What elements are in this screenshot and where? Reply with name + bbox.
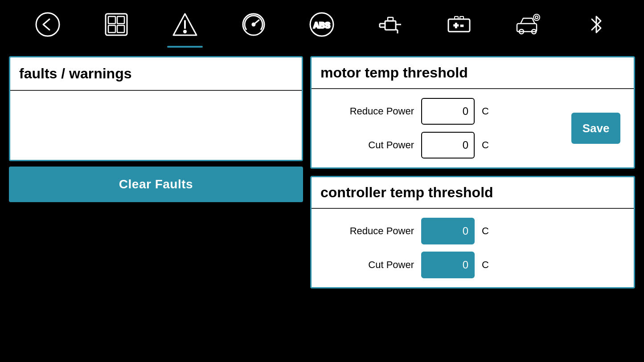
controller-temp-box: controller temp threshold Reduce Power C… — [310, 176, 635, 289]
motor-reduce-power-input[interactable] — [421, 98, 475, 125]
abs-icon: ABS — [308, 11, 335, 38]
svg-rect-15 — [388, 17, 393, 21]
main-content: faults / warnings Clear Faults motor tem… — [0, 49, 644, 362]
right-panel: motor temp threshold Reduce Power C Cut … — [310, 56, 635, 355]
controller-reduce-power-label: Reduce Power — [325, 225, 414, 237]
nav-vehicle-settings[interactable] — [510, 7, 546, 42]
faults-box: faults / warnings — [9, 56, 303, 161]
svg-rect-2 — [108, 16, 115, 24]
controller-reduce-power-row: Reduce Power C — [325, 218, 620, 244]
nav-battery[interactable]: + - — [441, 7, 477, 42]
warning-icon — [172, 11, 198, 38]
svg-point-11 — [252, 23, 255, 26]
svg-point-29 — [533, 14, 540, 20]
nav-bluetooth[interactable] — [578, 7, 614, 42]
motor-temp-box: motor temp threshold Reduce Power C Cut … — [310, 56, 635, 169]
controller-cut-power-label: Cut Power — [325, 259, 414, 271]
svg-rect-4 — [108, 25, 115, 33]
controller-temp-header: controller temp threshold — [312, 177, 634, 209]
motor-temp-body: Reduce Power C Cut Power C Save — [312, 89, 634, 167]
controller-cut-power-input[interactable] — [421, 252, 475, 278]
svg-rect-5 — [117, 25, 124, 33]
motor-cut-power-label: Cut Power — [325, 139, 414, 151]
controller-cut-unit: C — [482, 259, 489, 271]
svg-point-0 — [36, 13, 59, 36]
engine-icon — [377, 11, 404, 38]
battery-icon: + - — [446, 11, 472, 38]
gauge-icon — [240, 11, 267, 38]
nav-abs[interactable]: ABS — [304, 7, 340, 42]
top-nav: ABS + - — [0, 0, 644, 49]
svg-text:ABS: ABS — [313, 21, 330, 30]
motor-reduce-power-label: Reduce Power — [325, 106, 414, 117]
motor-temp-title: motor temp threshold — [320, 65, 625, 81]
faults-body — [10, 91, 302, 160]
nav-engine[interactable] — [373, 7, 408, 42]
motor-cut-power-input[interactable] — [421, 132, 475, 159]
left-panel: faults / warnings Clear Faults — [9, 56, 303, 355]
nav-back[interactable] — [30, 7, 66, 42]
motor-reduce-unit: C — [482, 106, 489, 117]
back-icon — [34, 11, 61, 38]
faults-title: faults / warnings — [19, 65, 293, 82]
bluetooth-icon — [583, 11, 610, 38]
nav-dashboard[interactable] — [98, 7, 134, 42]
faults-header: faults / warnings — [10, 57, 302, 91]
svg-rect-24 — [460, 16, 464, 19]
controller-reduce-power-input[interactable] — [421, 218, 475, 244]
controller-temp-body: Reduce Power C Cut Power C — [312, 209, 634, 287]
motor-temp-header: motor temp threshold — [312, 57, 634, 89]
svg-rect-3 — [117, 16, 124, 24]
controller-temp-title: controller temp threshold — [320, 184, 625, 201]
svg-rect-14 — [385, 21, 396, 30]
dashboard-icon — [103, 11, 130, 38]
motor-cut-unit: C — [482, 139, 489, 151]
nav-warnings[interactable] — [167, 7, 203, 42]
controller-cut-power-row: Cut Power C — [325, 252, 620, 278]
svg-point-8 — [184, 31, 186, 33]
vehicle-settings-icon — [514, 11, 541, 38]
svg-point-34 — [535, 16, 538, 19]
controller-reduce-unit: C — [482, 225, 489, 237]
svg-text:+  -: + - — [454, 21, 464, 30]
nav-gauges[interactable] — [236, 7, 271, 42]
motor-save-button[interactable]: Save — [571, 113, 620, 144]
svg-rect-23 — [455, 16, 458, 19]
clear-faults-button[interactable]: Clear Faults — [9, 167, 303, 202]
